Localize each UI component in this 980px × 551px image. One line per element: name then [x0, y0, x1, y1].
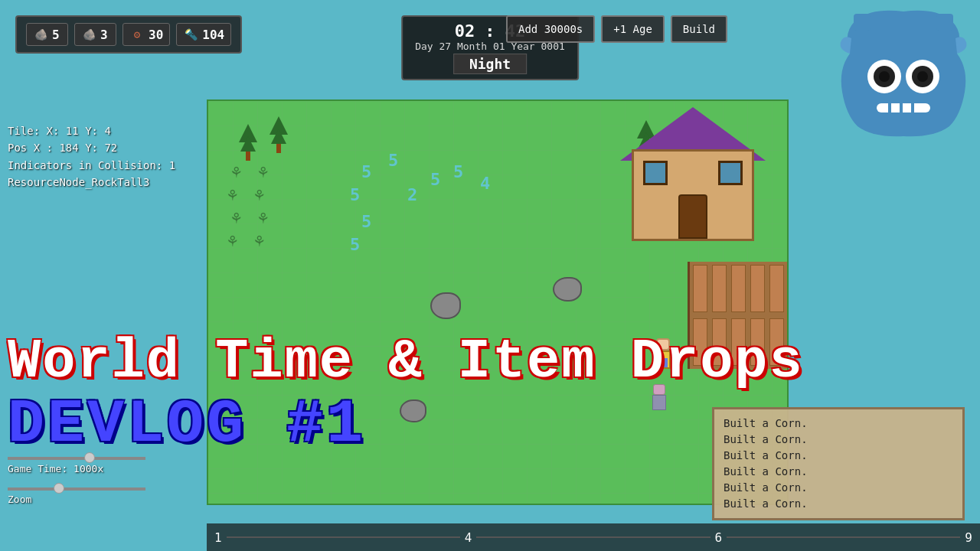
- time-slider-track: [8, 457, 145, 460]
- svg-rect-10: [900, 103, 903, 112]
- tree-1: [239, 124, 257, 161]
- crop-8: ⚘: [254, 231, 264, 250]
- zoom-control[interactable]: Zoom: [8, 487, 161, 505]
- log-entry-5: Built a Corn.: [724, 480, 953, 496]
- zoom-slider-track: [8, 487, 145, 491]
- resource-info: ResourceNode_RockTall3: [8, 174, 175, 191]
- field-num-5: 5: [350, 235, 360, 254]
- crop-4: ⚘: [227, 231, 237, 250]
- inv-icon-4: 🔦: [183, 27, 198, 42]
- inv-icon-3: ⚙️: [129, 27, 145, 42]
- inv-slot-3: ⚙️ 30: [122, 23, 170, 46]
- crop-1: ⚘: [231, 162, 241, 181]
- inv-slot-1: 🪨 5: [26, 23, 68, 46]
- svg-rect-1: [936, 14, 953, 31]
- svg-rect-9: [888, 103, 891, 112]
- field-num-6: 2: [407, 185, 417, 204]
- svg-point-6: [879, 71, 890, 82]
- bottom-num-3: 6: [715, 530, 723, 545]
- inv-slot-2: 🪨 3: [74, 23, 116, 46]
- debug-info: Tile: X: 11 Y: 4 Pos X : 184 Y: 72 Indic…: [8, 122, 175, 191]
- add-time-button[interactable]: Add 30000s: [506, 15, 595, 43]
- tree-2: [270, 116, 288, 153]
- field-num-9: 4: [480, 174, 490, 193]
- log-box: Built a Corn. Built a Corn. Built a Corn…: [712, 407, 965, 520]
- build-button[interactable]: Build: [671, 15, 727, 43]
- inv-slot-4: 🔦 104: [176, 23, 231, 46]
- inventory-bar: 🪨 5 🪨 3 ⚙️ 30 🔦 104: [15, 15, 242, 54]
- log-entry-3: Built a Corn.: [724, 448, 953, 464]
- crop-7: ⚘: [258, 208, 268, 227]
- zoom-label: Zoom: [8, 494, 161, 505]
- svg-rect-8: [877, 103, 930, 112]
- field-num-4: 5: [361, 212, 371, 231]
- tile-info: Tile: X: 11 Y: 4: [8, 122, 175, 139]
- time-slider-thumb[interactable]: [84, 452, 95, 463]
- crop-6: ⚘: [254, 185, 264, 204]
- add-age-button[interactable]: +1 Age: [601, 15, 665, 43]
- inv-count-3: 30: [149, 28, 163, 42]
- rock-3: [553, 277, 582, 302]
- svg-rect-11: [911, 103, 914, 112]
- rock-2: [400, 399, 426, 422]
- debug-buttons: Add 30000s +1 Age Build: [506, 15, 727, 43]
- bridge-2: [688, 315, 787, 369]
- bottom-bar: 1 4 6 9: [207, 523, 980, 551]
- game-time-control[interactable]: Game Time: 1000x: [8, 457, 161, 474]
- svg-point-7: [917, 71, 928, 82]
- log-entry-2: Built a Corn.: [724, 432, 953, 448]
- indicators-info: Indicators in Collision: 1: [8, 157, 175, 174]
- field-num-1: 5: [361, 162, 371, 181]
- field-num-7: 5: [430, 170, 440, 189]
- bottom-num-1: 1: [214, 530, 222, 545]
- player-character: [652, 338, 674, 366]
- crop-5: ⚘: [258, 162, 268, 181]
- inv-count-1: 5: [52, 28, 60, 42]
- bottom-num-4: 9: [965, 530, 972, 545]
- field-num-3: 5: [350, 185, 360, 204]
- log-entry-4: Built a Corn.: [724, 464, 953, 480]
- field-num-8: 5: [453, 162, 463, 181]
- game-time-label: Game Time: 1000x: [8, 463, 161, 474]
- bottom-num-2: 4: [465, 530, 472, 545]
- log-entry-6: Built a Corn.: [724, 496, 953, 512]
- inv-count-2: 3: [100, 28, 108, 42]
- house: [620, 107, 766, 241]
- godot-logo: [835, 8, 972, 138]
- field-num-2: 5: [388, 151, 398, 170]
- pos-info: Pos X : 184 Y: 72: [8, 139, 175, 156]
- crop-2: ⚘: [227, 185, 237, 204]
- inv-icon-2: 🪨: [81, 27, 96, 42]
- zoom-slider-thumb[interactable]: [54, 483, 64, 494]
- rock-1: [430, 292, 461, 319]
- crop-3: ⚘: [231, 208, 241, 227]
- svg-rect-0: [854, 14, 871, 31]
- bridge: [688, 262, 787, 315]
- inv-count-4: 104: [202, 28, 224, 42]
- npc-character: [652, 384, 666, 410]
- time-period: Night: [453, 54, 527, 74]
- inv-icon-1: 🪨: [33, 27, 48, 42]
- log-entry-1: Built a Corn.: [724, 416, 953, 432]
